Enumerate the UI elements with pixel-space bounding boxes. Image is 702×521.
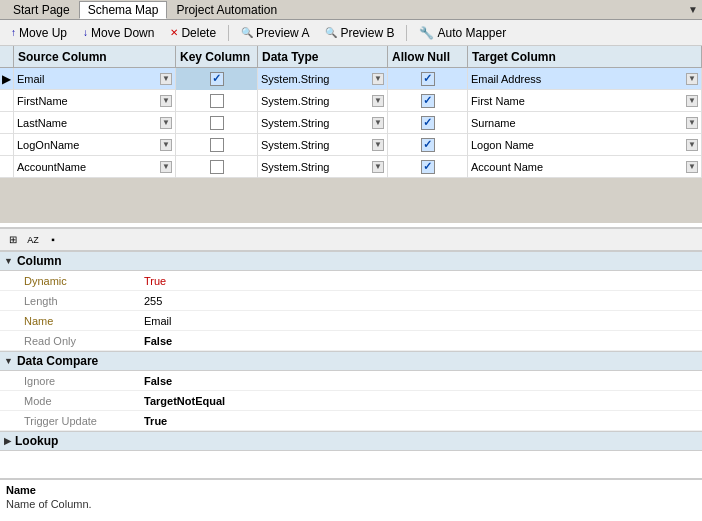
key-checkbox[interactable] [210, 94, 224, 108]
datatype-dropdown[interactable]: ▼ [372, 117, 384, 129]
source-cell[interactable]: LogOnName ▼ [14, 134, 176, 156]
prop-row-mode[interactable]: Mode TargetNotEqual [0, 391, 702, 411]
source-dropdown[interactable]: ▼ [160, 117, 172, 129]
target-cell[interactable]: First Name ▼ [468, 90, 702, 112]
grid-toolbar: ⊞ AZ ▪ [0, 229, 702, 251]
allownull-cell[interactable] [388, 134, 468, 156]
source-dropdown[interactable]: ▼ [160, 139, 172, 151]
allownull-cell[interactable] [388, 68, 468, 90]
separator-1 [228, 25, 229, 41]
column-section-header[interactable]: ▼ Column [0, 251, 702, 271]
arrow-up-icon: ↑ [11, 27, 16, 38]
lookup-section-header[interactable]: ▶ Lookup [0, 431, 702, 451]
preview-a-icon: 🔍 [241, 27, 253, 38]
source-cell[interactable]: LastName ▼ [14, 112, 176, 134]
key-checkbox[interactable] [210, 116, 224, 130]
allownull-cell[interactable] [388, 156, 468, 178]
prop-row-ignore[interactable]: Ignore False [0, 371, 702, 391]
datatype-cell[interactable]: System.String ▼ [258, 112, 388, 134]
key-checkbox[interactable] [210, 138, 224, 152]
datatype-cell[interactable]: System.String ▼ [258, 90, 388, 112]
grid-options-icon[interactable]: ▪ [44, 231, 62, 249]
lookup-expand-icon: ▶ [4, 436, 11, 446]
prop-row-dynamic[interactable]: Dynamic True [0, 271, 702, 291]
tab-project-automation[interactable]: Project Automation [167, 1, 286, 19]
sort-icon[interactable]: AZ [24, 231, 42, 249]
key-cell[interactable] [176, 112, 258, 134]
auto-mapper-button[interactable]: 🔧 Auto Mapper [412, 23, 513, 43]
datatype-column-header: Data Type [258, 46, 388, 68]
key-checkbox[interactable] [210, 72, 224, 86]
allownull-checkbox[interactable] [421, 94, 435, 108]
row-indicator [0, 156, 14, 178]
key-cell[interactable] [176, 156, 258, 178]
source-cell[interactable]: Email ▼ [14, 68, 176, 90]
allownull-checkbox[interactable] [421, 160, 435, 174]
target-cell[interactable]: Logon Name ▼ [468, 134, 702, 156]
tab-schema-map[interactable]: Schema Map [79, 1, 168, 19]
table-row[interactable]: LastName ▼ System.String ▼ Surname ▼ [0, 112, 702, 134]
prop-row-length[interactable]: Length 255 [0, 291, 702, 311]
auto-mapper-icon: 🔧 [419, 26, 434, 40]
target-column-header: Target Column [468, 46, 702, 68]
move-down-button[interactable]: ↓ Move Down [76, 23, 161, 43]
allownull-cell[interactable] [388, 90, 468, 112]
table-row[interactable]: FirstName ▼ System.String ▼ First Name ▼ [0, 90, 702, 112]
grid-view-icon[interactable]: ⊞ [4, 231, 22, 249]
source-dropdown[interactable]: ▼ [160, 161, 172, 173]
target-cell[interactable]: Account Name ▼ [468, 156, 702, 178]
key-checkbox[interactable] [210, 160, 224, 174]
key-cell[interactable] [176, 134, 258, 156]
row-indicator [0, 134, 14, 156]
datatype-dropdown[interactable]: ▼ [372, 161, 384, 173]
prop-row-readonly[interactable]: Read Only False [0, 331, 702, 351]
allownull-checkbox[interactable] [421, 72, 435, 86]
allownull-checkbox[interactable] [421, 116, 435, 130]
source-cell[interactable]: FirstName ▼ [14, 90, 176, 112]
key-cell[interactable] [176, 90, 258, 112]
table-empty-area [0, 178, 702, 223]
target-dropdown[interactable]: ▼ [686, 95, 698, 107]
data-compare-section-header[interactable]: ▼ Data Compare [0, 351, 702, 371]
key-cell[interactable] [176, 68, 258, 90]
prop-row-trigger[interactable]: Trigger Update True [0, 411, 702, 431]
datatype-dropdown[interactable]: ▼ [372, 139, 384, 151]
allownull-checkbox[interactable] [421, 138, 435, 152]
source-dropdown[interactable]: ▼ [160, 73, 172, 85]
name-panel: Name Name of Column. [0, 479, 702, 521]
properties-panel: ▼ Column Dynamic True Length 255 Name Em… [0, 251, 702, 479]
data-compare-expand-icon: ▼ [4, 356, 13, 366]
preview-a-button[interactable]: 🔍 Preview A [234, 23, 316, 43]
allownull-column-header: Allow Null [388, 46, 468, 68]
target-cell[interactable]: Email Address ▼ [468, 68, 702, 90]
tab-scroll-arrow[interactable]: ▼ [688, 4, 698, 15]
prop-row-name[interactable]: Name Email [0, 311, 702, 331]
tab-bar: Start Page Schema Map Project Automation… [0, 0, 702, 20]
datatype-cell[interactable]: System.String ▼ [258, 156, 388, 178]
datatype-cell[interactable]: System.String ▼ [258, 134, 388, 156]
table-row[interactable]: AccountName ▼ System.String ▼ Account Na… [0, 156, 702, 178]
table-row[interactable]: ▶ Email ▼ System.String ▼ Email Address … [0, 68, 702, 90]
source-dropdown[interactable]: ▼ [160, 95, 172, 107]
datatype-dropdown[interactable]: ▼ [372, 95, 384, 107]
datatype-cell[interactable]: System.String ▼ [258, 68, 388, 90]
target-dropdown[interactable]: ▼ [686, 161, 698, 173]
arrow-down-icon: ↓ [83, 27, 88, 38]
tab-start-page[interactable]: Start Page [4, 1, 79, 19]
datatype-dropdown[interactable]: ▼ [372, 73, 384, 85]
schema-table: Source Column Key Column Data Type Allow… [0, 46, 702, 229]
target-dropdown[interactable]: ▼ [686, 139, 698, 151]
table-row[interactable]: LogOnName ▼ System.String ▼ Logon Name ▼ [0, 134, 702, 156]
move-up-button[interactable]: ↑ Move Up [4, 23, 74, 43]
target-dropdown[interactable]: ▼ [686, 117, 698, 129]
source-cell[interactable]: AccountName ▼ [14, 156, 176, 178]
preview-b-icon: 🔍 [325, 27, 337, 38]
target-cell[interactable]: Surname ▼ [468, 112, 702, 134]
row-indicator: ▶ [0, 68, 14, 90]
indicator-col-header [0, 46, 14, 68]
target-dropdown[interactable]: ▼ [686, 73, 698, 85]
preview-b-button[interactable]: 🔍 Preview B [318, 23, 401, 43]
allownull-cell[interactable] [388, 112, 468, 134]
delete-button[interactable]: ✕ Delete [163, 23, 223, 43]
delete-icon: ✕ [170, 27, 178, 38]
